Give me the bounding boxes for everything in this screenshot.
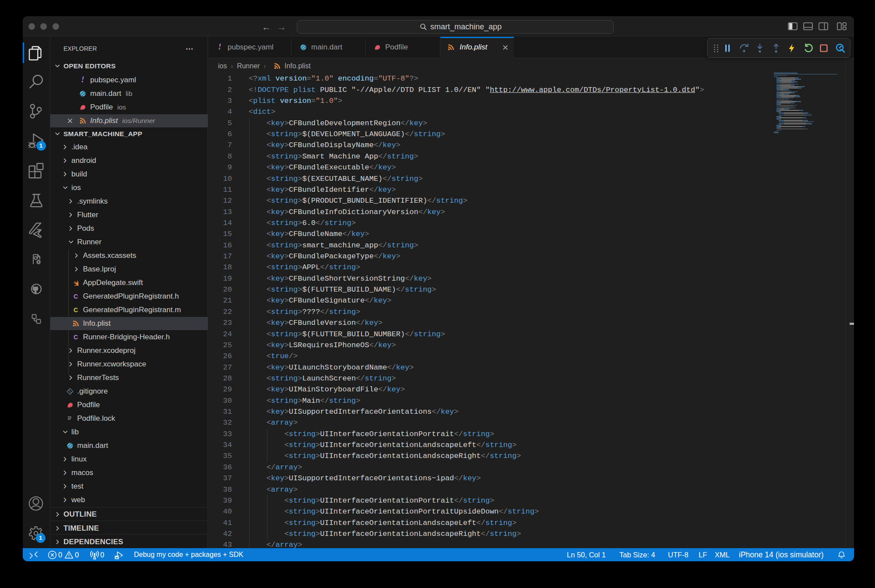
svg-text:!: ! <box>81 76 84 84</box>
svg-text:C: C <box>74 293 78 300</box>
svg-text:!: ! <box>218 43 221 51</box>
svg-text:C: C <box>74 334 78 341</box>
svg-text:C: C <box>74 306 78 313</box>
